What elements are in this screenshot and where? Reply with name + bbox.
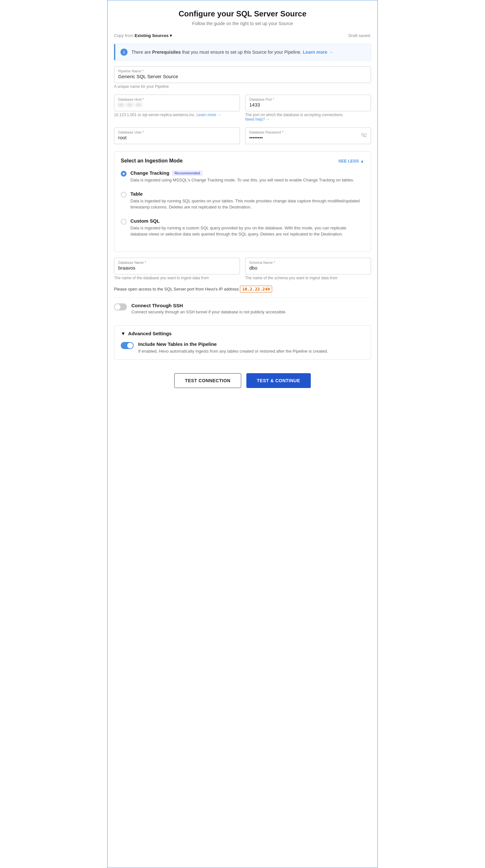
db-name-input[interactable] <box>118 265 236 271</box>
db-name-col: Database Name * The name of the database… <box>114 258 240 283</box>
db-host-field: Database Host * <box>114 95 240 111</box>
db-password-col: Database Password * <box>245 127 371 146</box>
radio-custom-sql[interactable] <box>121 219 126 224</box>
footer-buttons: TEST CONNECTION TEST & CONTINUE <box>108 366 377 393</box>
include-tables-title: Include New Tables in the Pipeline <box>138 341 328 347</box>
ssh-section: Connect Through SSH Connect securely thr… <box>114 297 371 319</box>
ingestion-mode-custom-sql[interactable]: Custom SQL Data is ingested by running a… <box>121 218 364 238</box>
radio-change-tracking[interactable] <box>121 171 126 177</box>
test-continue-button[interactable]: TEST & CONTINUE <box>246 373 311 388</box>
pipeline-name-hint: A unique name for your Pipeline <box>114 84 371 89</box>
db-password-label: Database Password * <box>249 130 367 134</box>
db-user-label: Database User * <box>118 130 236 134</box>
ssh-toggle[interactable] <box>114 303 127 310</box>
see-less-button[interactable]: SEE LESS ▲ <box>339 159 364 163</box>
radio-table[interactable] <box>121 192 126 197</box>
db-name-field: Database Name * <box>114 258 240 274</box>
schema-name-label: Schema Name * <box>249 260 367 265</box>
advanced-settings-section: ▼ Advanced Settings Include New Tables i… <box>114 325 371 360</box>
learn-more-link[interactable]: Learn more → <box>303 50 333 55</box>
db-user-col: Database User * <box>114 127 240 146</box>
ingestion-mode-table[interactable]: Table Data is ingested by running SQL qu… <box>121 191 364 210</box>
db-user-pass-row: Database User * Database Password * <box>114 127 371 146</box>
top-bar: Copy from Existing Sources ▾ Draft saved… <box>108 30 377 41</box>
schema-name-field: Schema Name * <box>245 258 371 274</box>
db-host-col: Database Host * 10.123.1.001 or sql-serv… <box>114 95 240 125</box>
ip-address: 10.2.22.240 <box>240 286 272 292</box>
advanced-settings-toggle[interactable]: ▼ Advanced Settings <box>121 331 364 336</box>
db-connection-section: Database Host * 10.123.1.001 or sql-serv… <box>114 95 371 146</box>
schema-name-col: Schema Name * The name of the schema you… <box>245 258 371 283</box>
password-toggle-icon[interactable] <box>361 132 367 139</box>
advanced-option-content: Include New Tables in the Pipeline If en… <box>138 341 328 354</box>
change-tracking-desc: Data is ingested using MSSQL's Change Tr… <box>131 177 354 183</box>
chevron-up-icon: ▲ <box>360 159 364 163</box>
db-fields-section: Database Name * The name of the database… <box>114 258 371 291</box>
info-icon: i <box>120 49 127 56</box>
ingestion-mode-change-tracking[interactable]: Change Tracking Recommended Data is inge… <box>121 170 364 183</box>
pipeline-name-label: Pipeline Name * <box>118 69 367 73</box>
test-connection-button[interactable]: TEST CONNECTION <box>174 373 241 388</box>
pipeline-name-field: Pipeline Name * <box>114 66 371 83</box>
ip-notice: Please open access to the SQL Server por… <box>114 287 371 291</box>
schema-name-input[interactable] <box>249 265 367 271</box>
ingestion-title: Select an Ingestion Mode <box>121 158 182 164</box>
ssh-content: Connect Through SSH Connect securely thr… <box>132 303 286 314</box>
draft-saved: Draft saved: <box>348 33 371 38</box>
db-host-input[interactable] <box>118 102 236 107</box>
ssh-title: Connect Through SSH <box>132 303 286 308</box>
db-user-input[interactable] <box>118 135 236 140</box>
pipeline-name-section: Pipeline Name * A unique name for your P… <box>114 66 371 89</box>
db-password-input[interactable] <box>249 135 367 140</box>
db-host-hint: 10.123.1.001 or sql-server-replica.weste… <box>114 113 240 117</box>
db-port-help-link[interactable]: Need help? → <box>245 117 270 122</box>
existing-sources-dropdown[interactable]: Existing Sources ▾ <box>135 33 172 38</box>
pipeline-name-input[interactable] <box>118 74 367 79</box>
db-port-field: Database Port * <box>245 95 371 111</box>
db-user-field: Database User * <box>114 127 240 144</box>
db-name-label: Database Name * <box>118 260 236 265</box>
page-title: Configure your SQL Server Source <box>114 9 371 18</box>
page-header: Configure your SQL Server Source Follow … <box>108 0 377 30</box>
include-tables-desc: If enabled, Hevo automatically ingests f… <box>138 348 328 354</box>
table-desc: Data is ingested by running SQL queries … <box>131 198 364 210</box>
db-host-port-row: Database Host * 10.123.1.001 or sql-serv… <box>114 95 371 125</box>
ingestion-section: Select an Ingestion Mode SEE LESS ▲ Chan… <box>114 151 371 252</box>
page-subtitle: Follow the guide on the right to set up … <box>114 21 371 26</box>
ingestion-header: Select an Ingestion Mode SEE LESS ▲ <box>121 158 364 164</box>
table-label: Table <box>131 191 143 196</box>
schema-name-hint: The name of the schema you want to inges… <box>245 276 371 280</box>
advanced-include-tables-row: Include New Tables in the Pipeline If en… <box>121 341 364 354</box>
db-name-schema-row: Database Name * The name of the database… <box>114 258 371 283</box>
info-banner: i There are Prerequisites that you must … <box>114 44 371 60</box>
copy-from-label: Copy from <box>114 33 133 38</box>
include-tables-toggle[interactable] <box>121 342 134 349</box>
db-port-col: Database Port * The port on which the da… <box>245 95 371 125</box>
ssh-desc: Connect securely through an SSH tunnel i… <box>132 309 286 314</box>
db-port-label: Database Port * <box>249 97 367 101</box>
custom-sql-label: Custom SQL <box>131 218 160 224</box>
db-password-field: Database Password * <box>245 127 371 144</box>
db-host-label: Database Host * <box>118 97 236 101</box>
chevron-down-icon: ▼ <box>121 331 125 336</box>
copy-from: Copy from Existing Sources ▾ <box>114 33 172 38</box>
db-host-learn-more[interactable]: Learn more → <box>196 113 221 117</box>
info-text: There are Prerequisites that you must en… <box>132 50 333 55</box>
db-port-hint: The port on which the database is accept… <box>245 113 371 122</box>
recommended-badge: Recommended <box>172 170 203 176</box>
custom-sql-desc: Data is ingested by running a custom SQL… <box>131 225 364 238</box>
db-port-input[interactable] <box>249 102 367 107</box>
db-name-hint: The name of the database you want to ing… <box>114 276 240 280</box>
chevron-down-icon: ▾ <box>170 33 172 38</box>
change-tracking-label: Change Tracking <box>131 170 169 176</box>
